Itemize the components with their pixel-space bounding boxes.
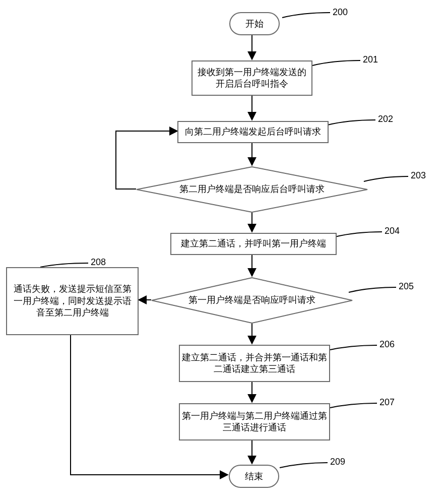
ref-205: 205: [399, 281, 414, 292]
step-208: 通话失败，发送提示短信至第一用户终端，同时发送提示语音至第二用户终端: [6, 267, 139, 335]
start-label: 开始: [245, 18, 264, 30]
step-206-text: 建立第二通话，并合并第一通话和第二通话建立第三通话: [182, 352, 327, 375]
step-207: 第一用户终端与第二用户终端通过第三通话进行通话: [179, 403, 330, 440]
ref-207: 207: [379, 397, 395, 408]
end-label: 结束: [245, 470, 263, 482]
ref-202: 202: [378, 114, 393, 124]
ref-206: 206: [379, 339, 395, 350]
step-202: 向第二用户终端发起后台呼叫请求: [177, 121, 329, 143]
start-terminator: 开始: [229, 12, 280, 35]
decision-205-text: 第一用户终端是否响应呼叫请求: [188, 295, 315, 306]
decision-203: 第二用户终端是否响应后台呼叫请求: [136, 166, 368, 213]
flowchart-canvas: 开始 接收到第一用户终端发送的开启后台呼叫指令 向第二用户终端发起后台呼叫请求 …: [0, 0, 447, 504]
step-206: 建立第二通话，并合并第一通话和第二通话建立第三通话: [179, 345, 330, 382]
step-202-text: 向第二用户终端发起后台呼叫请求: [185, 126, 321, 138]
decision-203-text: 第二用户终端是否响应后台呼叫请求: [179, 184, 325, 195]
step-201-text: 接收到第一用户终端发送的开启后台呼叫指令: [195, 67, 309, 90]
step-208-text: 通话失败，发送提示短信至第一用户终端，同时发送提示语音至第二用户终端: [9, 283, 136, 319]
step-204-text: 建立第二通话，并呼叫第一用户终端: [181, 238, 326, 249]
ref-200: 200: [333, 7, 348, 18]
ref-204: 204: [385, 226, 400, 236]
end-terminator: 结束: [229, 465, 279, 488]
ref-201: 201: [363, 54, 378, 65]
step-204: 建立第二通话，并呼叫第一用户终端: [170, 233, 337, 255]
step-201: 接收到第一用户终端发送的开启后台呼叫指令: [191, 60, 312, 96]
step-207-text: 第一用户终端与第二用户终端通过第三通话进行通话: [182, 410, 327, 434]
ref-209: 209: [330, 457, 345, 467]
decision-205: 第一用户终端是否响应呼叫请求: [151, 277, 353, 324]
ref-208: 208: [91, 257, 106, 268]
ref-203: 203: [411, 170, 426, 181]
